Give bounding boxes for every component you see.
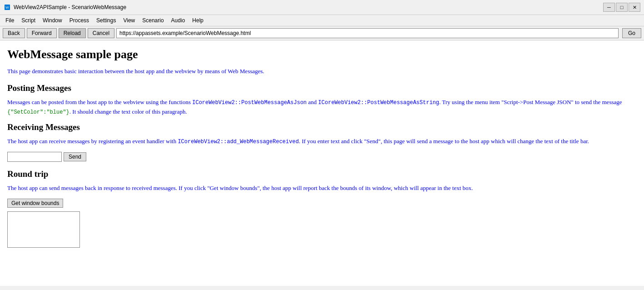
menu-window[interactable]: Window — [39, 16, 66, 25]
posting-description: Messages can be posted from the host app… — [7, 98, 637, 117]
menu-view[interactable]: View — [119, 16, 139, 25]
back-button[interactable]: Back — [3, 28, 25, 38]
receiving-text-1: The host app can receive messages by reg… — [7, 138, 178, 145]
receiving-func: ICoreWebView2::add_WebMessageReceived — [178, 139, 298, 145]
message-input[interactable] — [7, 152, 62, 162]
menu-script[interactable]: Script — [18, 16, 39, 25]
content-area: WebMessage sample page This page demonst… — [0, 40, 644, 286]
window-controls: ─ □ ✕ — [603, 3, 640, 12]
receiving-section-title: Receiving Messages — [7, 122, 637, 132]
menu-settings[interactable]: Settings — [93, 16, 119, 25]
app-icon: W — [4, 4, 11, 11]
posting-json: {"SetColor":"blue"} — [7, 109, 69, 115]
title-bar: W WebView2APISample - ScenarioWebMessage… — [0, 0, 644, 15]
bounds-textarea[interactable] — [7, 211, 80, 248]
receiving-description: The host app can receive messages by reg… — [7, 137, 637, 146]
roundtrip-description: The host app can send messages back in r… — [7, 184, 637, 193]
roundtrip-section-title: Round trip — [7, 169, 637, 179]
go-button[interactable]: Go — [622, 28, 641, 38]
menu-scenario[interactable]: Scenario — [139, 16, 167, 25]
maximize-button[interactable]: □ — [616, 3, 628, 12]
send-button[interactable]: Send — [64, 152, 86, 161]
send-row: Send — [7, 152, 637, 162]
menu-file[interactable]: File — [2, 16, 18, 25]
posting-text-3: . Try using the menu item "Script->Post … — [439, 99, 622, 105]
menu-help[interactable]: Help — [188, 16, 207, 25]
menu-audio[interactable]: Audio — [168, 16, 189, 25]
menu-process[interactable]: Process — [66, 16, 93, 25]
posting-func2: ICoreWebView2::PostWebMessageAsString — [318, 100, 439, 106]
forward-button[interactable]: Forward — [27, 28, 57, 38]
minimize-button[interactable]: ─ — [603, 3, 615, 12]
nav-bar: Back Forward Reload Cancel Go — [0, 26, 644, 40]
posting-text-1: Messages can be posted from the host app… — [7, 99, 192, 105]
receiving-text-2: . If you enter text and click "Send", th… — [299, 138, 589, 145]
get-window-bounds-button[interactable]: Get window bounds — [7, 199, 63, 208]
svg-text:W: W — [5, 5, 9, 10]
reload-button[interactable]: Reload — [59, 28, 86, 38]
intro-text: This page demonstrates basic interaction… — [7, 67, 637, 76]
window-title: WebView2APISample - ScenarioWebMessage — [14, 4, 603, 10]
cancel-button[interactable]: Cancel — [88, 28, 114, 38]
posting-section-title: Posting Messages — [7, 83, 637, 93]
posting-text-2: and — [307, 99, 318, 105]
posting-text-4: . It should change the text color of thi… — [69, 108, 187, 115]
close-button[interactable]: ✕ — [629, 3, 640, 12]
url-bar[interactable] — [116, 28, 619, 38]
menu-bar: FileScriptWindowProcessSettingsViewScena… — [0, 15, 644, 26]
posting-func1: ICoreWebView2::PostWebMessageAsJson — [192, 100, 307, 106]
page-title: WebMessage sample page — [7, 48, 637, 61]
